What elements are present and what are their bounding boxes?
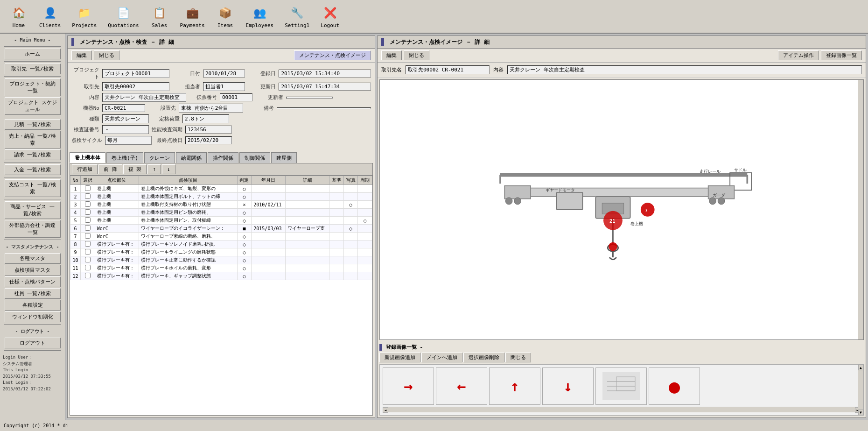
table-row[interactable]: 3 巻上機 巻上機取付支持材の取り付け状態 × 2010/02/11 ○ [70, 201, 372, 209]
diagram-scrollbar[interactable] [858, 80, 863, 339]
gallery-scroll-up[interactable]: ▲ [858, 365, 863, 370]
tab-control[interactable]: 制御関係 [239, 152, 270, 163]
left-panel-accent [71, 38, 74, 46]
nav-item-quotations[interactable]: 📄 Quotations [102, 3, 144, 30]
sidebar-item-suppliers[interactable]: 外部協力会社・調達 一覧 [5, 220, 61, 238]
sidebar-item-products[interactable]: 商品・サービス 一覧/検索 [5, 201, 61, 219]
tab-operation[interactable]: 操作関係 [208, 152, 238, 163]
down-button[interactable]: ↓ [162, 164, 175, 174]
nav-item-items[interactable]: 📦 Items [210, 3, 240, 30]
sidebar-item-spec-pattern[interactable]: 仕様・点検パターン [5, 276, 61, 287]
sidebar-item-employees-list[interactable]: 社員 一覧/検索 [5, 288, 61, 299]
table-row[interactable]: 9 横行ブレーキ有： 横行ブレーキライニングの磨耗状態 ○ [70, 248, 372, 256]
table-row[interactable]: 4 巻上機 巻上機本体固定用ピン類の磨耗、 ○ [70, 209, 372, 217]
tab-hoist-main[interactable]: 巻上機本体 [70, 152, 105, 163]
nav-item-logout[interactable]: ❌ Logout [315, 3, 345, 30]
inspection-table-area: 行追加 前 降 複 製 ↑ ↓ No 選択 点検部位 点検項目 [70, 163, 373, 416]
nav-label-items: Items [217, 22, 233, 28]
nav-item-employees[interactable]: 👥 Employees [240, 3, 280, 30]
table-row[interactable]: 11 横行ブレーキ有： 横行ブレーキホイルの磨耗、変形 ○ [70, 264, 372, 272]
svg-rect-5 [504, 186, 531, 199]
nav-item-projects[interactable]: 📁 Projects [66, 3, 102, 30]
inspection-exp-label: 性能検査満期 [152, 126, 182, 133]
col-cycle: 周期 [358, 176, 372, 185]
gallery-item-1[interactable]: → [383, 367, 434, 405]
add-new-image-button[interactable]: 新規画像追加 [379, 353, 420, 362]
table-row[interactable]: 6 WorC ワイヤーロープのイコライザーシーン： ■ 2015/03/03 ワ… [70, 225, 372, 233]
gallery-item-3[interactable]: ↑ [489, 367, 540, 405]
svg-text:21: 21 [609, 219, 615, 224]
sidebar-item-inspection-master[interactable]: 点検項目マスタ [5, 265, 61, 276]
table-row[interactable]: 2 巻上機 巻上機本体固定用ボルト、ナットの締 ○ [70, 193, 372, 201]
sidebar-item-costs[interactable]: 支払コスト 一覧/検索 [5, 179, 61, 197]
sidebar-item-projects[interactable]: プロジェクト・契約一覧 [5, 78, 61, 96]
updater-value [286, 97, 333, 99]
up-button[interactable]: ↑ [147, 164, 161, 174]
table-row[interactable]: 8 横行ブレーキ有： 横行ブレーキソレノイド磨耗,折損、 ○ [70, 240, 372, 248]
table-row[interactable]: 1 巻上機 巻上機の外観にキズ、亀裂、変形の ○ [70, 185, 372, 193]
add-main-button[interactable]: メインへ追加 [421, 353, 462, 362]
gallery-scroll-left[interactable]: ◄ [383, 407, 388, 413]
client-label: 取引先 [71, 83, 99, 90]
nav-item-sales[interactable]: 📋 Sales [145, 3, 175, 30]
left-panel-header: メンテナンス・点検・検査 － 詳 細 [68, 36, 375, 49]
table-row[interactable]: 10 横行ブレーキ有： 横行ブレーキ正常に動作するか確認 ○ [70, 256, 372, 264]
registered-images-button[interactable]: 登録画像一覧 [821, 50, 862, 60]
nav-item-home[interactable]: 🏠 Home [4, 3, 34, 30]
location-label: 設置先 [148, 105, 176, 112]
add-row-button[interactable]: 行追加 [72, 164, 98, 174]
tab-crane[interactable]: クレーン [144, 152, 175, 163]
gallery-close-button[interactable]: 閉じる [505, 353, 531, 362]
location-value: 東棟 南側から2台目 [179, 104, 243, 113]
slip-value: 00001 [220, 93, 252, 101]
sidebar-item-schedule[interactable]: プロジェクト スケジュール [5, 97, 61, 115]
prev-button[interactable]: 前 降 [98, 164, 122, 174]
gallery-item-4[interactable]: ↓ [542, 367, 594, 405]
tab-power[interactable]: 給電関係 [176, 152, 207, 163]
table-wrapper[interactable]: No 選択 点検部位 点検項目 判定 年月日 詳細 基準 写真 周期 [70, 176, 372, 415]
sidebar-item-invoices[interactable]: 請求 一覧/検索 [5, 149, 61, 160]
maintenance-image-button[interactable]: メンテナンス・点検イメージ [294, 50, 371, 60]
sidebar-item-settings[interactable]: 各種設定 [5, 300, 61, 311]
gallery-item-2[interactable]: ← [436, 367, 487, 405]
right-content-value: 天井クレーン 年次自主定期検査 [507, 65, 862, 74]
col-date: 年月日 [252, 176, 286, 185]
sidebar-item-window-init[interactable]: ウィンドウ初期化 [5, 311, 61, 322]
cycle-value: 毎月 [105, 136, 152, 145]
gallery-item-6[interactable]: ● [649, 367, 700, 405]
updated-value: 2015/03/07 15:47:34 [279, 83, 371, 91]
crane-diagram-svg: 走行レール サドル ギヤードモータ ガーダ 巻上機 21 7 [380, 149, 863, 270]
sidebar-item-logout[interactable]: ログアウト [5, 338, 61, 348]
gallery-item-5[interactable] [595, 367, 647, 405]
table-row[interactable]: 5 巻上機 巻上機本体固定用ピン、取付板締 ○ ○ [70, 217, 372, 225]
gallery-scroll-down[interactable]: ▼ [858, 410, 863, 415]
right-edit-button[interactable]: 編集 [381, 50, 402, 60]
sidebar-item-sales[interactable]: 売上・納品 一覧/検索 [5, 131, 61, 148]
date-label: 日付 [172, 70, 200, 77]
nav-item-clients[interactable]: 👤 Clients [34, 3, 66, 30]
tab-hoist-child[interactable]: 巻上機(子) [106, 152, 143, 163]
sidebar-item-clients[interactable]: 取引先 一覧/検索 [5, 64, 61, 74]
left-close-button[interactable]: 閉じる [94, 50, 119, 60]
svg-text:巻上機: 巻上機 [630, 221, 643, 226]
sidebar-item-receipts[interactable]: 入金 一覧/検索 [5, 164, 61, 175]
nav-item-payments[interactable]: 💼 Payments [175, 3, 210, 30]
sidebar-item-home[interactable]: ホーム [5, 49, 61, 59]
right-client-value: 取引先00002 CR-0021 [406, 65, 490, 74]
sidebar-item-master[interactable]: 各種マスタ [5, 253, 61, 264]
content-label: 内容 [71, 94, 99, 101]
gallery-area: 登録画像一覧 - 新規画像追加 メインへ追加 選択画像削除 閉じる → ← [378, 342, 866, 417]
right-close-button[interactable]: 閉じる [404, 50, 429, 60]
note-label: 備考 [246, 105, 274, 112]
delete-selected-button[interactable]: 選択画像削除 [463, 353, 504, 362]
item-operation-button[interactable]: アイテム操作 [778, 50, 819, 60]
payments-icon: 💼 [184, 5, 201, 21]
table-row[interactable]: 12 横行ブレーキ有： 横行ブレーキ、ギャップ調整状態 ○ [70, 272, 372, 280]
left-edit-button[interactable]: 編集 [71, 50, 92, 60]
table-row[interactable]: 7 WorC ワイヤーロープ素線の断絡、磨耗、 ○ [70, 233, 372, 240]
sidebar-item-estimates[interactable]: 見積 一覧/検索 [5, 119, 61, 130]
svg-text:ギヤードモータ: ギヤードモータ [546, 187, 575, 192]
copy-button[interactable]: 複 製 [123, 164, 147, 174]
nav-item-setting1[interactable]: 🔧 Setting1 [279, 3, 315, 30]
tab-building[interactable]: 建屋側 [271, 152, 297, 163]
